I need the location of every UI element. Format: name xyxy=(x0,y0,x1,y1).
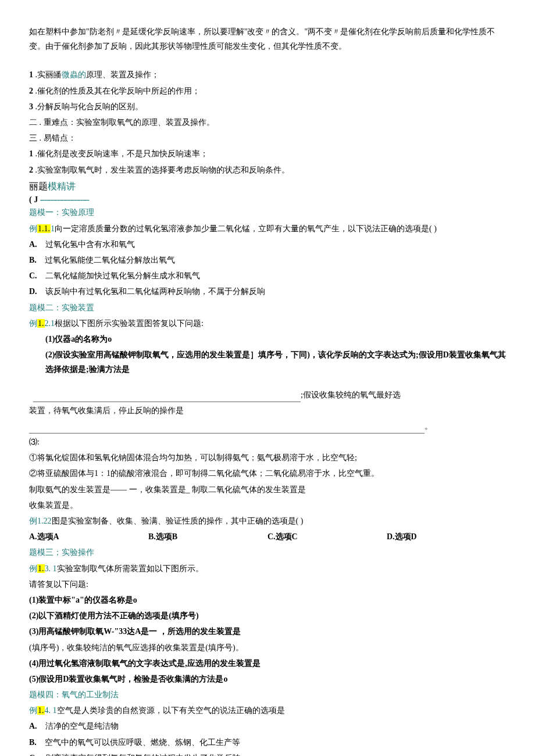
text: .催化剂的性质及其在化学反响中所起的作用； xyxy=(33,87,200,95)
sub-q1: (1)装置中标"a"的仪器名称是o xyxy=(29,593,506,607)
question-text: 图是实验室制备、收集、验满、验证性质的操作，其中正确的选项是( ) xyxy=(52,517,304,525)
sub-q3-c: 制取氨气的发生装置是—— 一，收集装置是_ 制取二氧化硫气体的发生装置是 xyxy=(29,482,506,497)
example-1-1-1: 例1.1.1向一定溶质质量分数的过氧化氢溶液参加少量二氧化锰，立即有大量的氧气产… xyxy=(29,221,506,236)
label: C. xyxy=(29,754,37,756)
label: A. xyxy=(29,722,37,730)
option-c: C.选项C xyxy=(268,529,387,544)
sub-q4: (4)用过氧化氢溶液制取氧气的文字表达式是,应选用的发生装置是 xyxy=(29,656,506,671)
prefix: 例 xyxy=(29,706,37,715)
num: 2 xyxy=(29,166,33,174)
example-1-2-1: 例1.2.1根据以下图所示实验装置图答复以下问题: xyxy=(29,316,506,331)
section-sub: ( J ----------------------- xyxy=(29,196,506,204)
mid2: 22 xyxy=(44,517,52,525)
example-1-3-1: 例1.3. 1实验室制取气体所需装置如以下图所示。 xyxy=(29,561,506,576)
text: 过氧化氢能使二氧化锰分解放出氧气 xyxy=(45,256,175,264)
mid: 2.1 xyxy=(45,319,55,328)
label: C. xyxy=(29,271,37,280)
label: D. xyxy=(29,287,37,296)
point-5: 三 . 易错点： xyxy=(29,131,506,145)
prefix: 例 xyxy=(29,224,37,233)
option-a: A.选项A xyxy=(29,529,148,544)
highlight: 1. xyxy=(37,706,45,715)
sub-q3-b: ②将亚硫酸固体与1：1的硫酸溶液混合，即可制得二氧化硫气体；二氧化硫易溶于水，比… xyxy=(29,466,506,481)
num: 1 xyxy=(29,149,33,158)
mid: 1 xyxy=(51,224,55,233)
topic-module-2: 题模二：实验装置 xyxy=(29,300,506,315)
text: 洁净的空气是纯洁物 xyxy=(45,722,119,730)
text: 二氧化锰能加快过氧化氢分解生成水和氧气 xyxy=(45,271,200,280)
point-3: 3 .分解反响与化合反响的区别。 xyxy=(29,99,506,114)
option-b: B. 过氧化氢能使二氧化锰分解放出氧气 xyxy=(29,253,506,267)
question-text: 实验室制取气体所需装置如以下图所示。 xyxy=(57,564,204,573)
topic-module-4: 题模四：氧气的工业制法 xyxy=(29,687,506,702)
sub-q2: (2)假设实验室用高锰酸钾制取氧气，应选用的发生装置是］填序号，下同)，该化学反… xyxy=(29,347,506,377)
text: . 重难点：实验室制取氧气的原理、装置及操作。 xyxy=(37,118,215,127)
num: 2 xyxy=(29,87,33,95)
option-c: C. 别离液态空气得到氧气和氮气的过程中发生了化学反响 xyxy=(29,751,506,756)
example-1-4-1: 例1.4. 1空气是人类珍贵的自然资源，以下有关空气的说法正确的选项是 xyxy=(29,703,506,718)
option-a: A. 过氧化氢中含有水和氧气 xyxy=(29,237,506,252)
point-2: 2 .催化剂的性质及其在化学反响中所起的作用； xyxy=(29,84,506,98)
text: .催化剂是改变反响速率，不是只加快反响速率； xyxy=(33,149,208,158)
label: B. xyxy=(29,738,37,747)
option-a: A. 洁净的空气是纯洁物 xyxy=(29,719,506,733)
sub-q2: (2)以下酒精灯使用方法不正确的选项是(填序号) xyxy=(29,608,506,623)
example-1-2-2: 例1.22图是实验室制备、收集、验满、验证性质的操作，其中正确的选项是( ) xyxy=(29,514,506,528)
fill-line-row-1: ;假设收集较纯的氧气最好选 xyxy=(29,388,506,402)
text: .实验室制取氧气时，发生装置的选择要考虑反响物的状态和反响条件。 xyxy=(33,166,290,174)
section-title: 丽题模精讲 xyxy=(29,178,506,195)
sub-q3-a: ①将氯化锭固体和氢氧化钠固体混合均匀加热，可以制得氨气；氨气极易溶于水，比空气轻… xyxy=(29,450,506,465)
text: 该反响中有过氧化氢和二氧化锰两种反响物，不属于分解反响 xyxy=(45,287,265,296)
title-b: 模精讲 xyxy=(48,181,76,191)
title-a: 丽题 xyxy=(29,181,48,191)
period: 。 xyxy=(425,422,433,431)
highlight: 1. xyxy=(37,319,45,328)
sub-prompt: 请答复以下问题: xyxy=(29,577,506,592)
topic-module-1: 题模一：实验原理 xyxy=(29,205,506,220)
sub-text: ( J xyxy=(29,195,40,204)
question-text: 空气是人类珍贵的自然资源，以下有关空气的说法正确的选项是 xyxy=(57,706,285,715)
highlight: 1. xyxy=(37,564,45,573)
prefix: 例 xyxy=(29,319,37,328)
label: B. xyxy=(29,256,37,264)
num: 1 xyxy=(29,70,33,79)
point-4: 二 . 重难点：实验室制取氧气的原理、装置及操作。 xyxy=(29,115,506,130)
option-b: B.选项B xyxy=(148,529,268,544)
text: 别离液态空气得到氧气和氮气的过程中发生了化学反响 xyxy=(45,754,241,756)
sub-q5: (5)假设用D装置收集氧气时，检验是否收集满的方法是o xyxy=(29,672,506,686)
link-text[interactable]: 微蟲的 xyxy=(62,70,86,79)
prefix: 例 xyxy=(29,564,37,573)
prefix: 例 xyxy=(29,517,37,525)
text-a: .实丽皤 xyxy=(33,70,62,79)
point-7: 2 .实验室制取氧气时，发生装置的选择要考虑反响物的状态和反响条件。 xyxy=(29,163,506,177)
after-text: ;假设收集较纯的氧气最好选 xyxy=(301,390,401,399)
text: . 易错点： xyxy=(37,134,76,142)
intro-paragraph: 如在塑料中参加"防老剂〃是延缓化学反响速率，所以要理解"改变〃的含义。"两不变〃… xyxy=(29,24,506,53)
mid: 1. xyxy=(37,517,44,525)
text: 空气中的氧气可以供应呼吸、燃烧、炼钢、化工生产等 xyxy=(45,738,240,747)
mid: 3. 1 xyxy=(45,564,57,573)
sub-q1: (1)仪器a的名称为o xyxy=(29,332,506,346)
option-d: D. 该反响中有过氧化氢和二氧化锰两种反响物，不属于分解反响 xyxy=(29,284,506,299)
num: 3 xyxy=(29,102,33,111)
sub-q3-head: ⑶: xyxy=(29,435,506,449)
sub-q3: (3)用高锰酸钾制取氧W-"33达A是一 ，所选用的发生装置是 xyxy=(29,624,506,639)
highlight: 1.1. xyxy=(37,224,51,233)
option-row: A.选项A B.选项B C.选项C D.选项D xyxy=(29,529,506,544)
dash: ----------------------- xyxy=(40,195,89,204)
topic-module-3: 题模三；实验操作 xyxy=(29,545,506,560)
label: A. xyxy=(29,240,37,249)
num: 二 xyxy=(29,118,37,127)
num: 三 xyxy=(29,134,37,142)
question-text: 向一定溶质质量分数的过氧化氢溶液参加少量二氧化锰，立即有大量的氧气产生，以下说法… xyxy=(55,224,437,233)
option-b: B. 空气中的氧气可以供应呼吸、燃烧、炼钢、化工生产等 xyxy=(29,735,506,750)
blank-line[interactable] xyxy=(33,394,301,402)
option-d: D.选项D xyxy=(387,529,506,544)
text-b: 原理、装置及操作； xyxy=(86,70,159,79)
point-1: 1 .实丽皤微蟲的原理、装置及操作； xyxy=(29,67,506,82)
text: 过氧化氢中含有水和氧气 xyxy=(45,240,135,249)
blank-line[interactable] xyxy=(29,426,425,434)
fill-line-row-2: 。 xyxy=(29,419,506,433)
option-c: C. 二氧化锰能加快过氧化氢分解生成水和氧气 xyxy=(29,268,506,283)
text: .分解反响与化合反响的区别。 xyxy=(33,102,143,111)
